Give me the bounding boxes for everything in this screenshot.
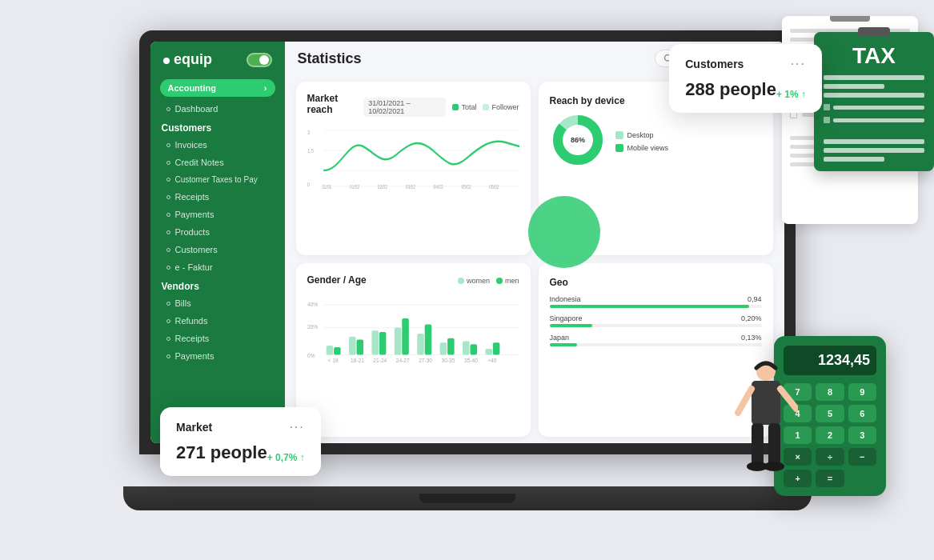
calc-btn-2[interactable]: 2 bbox=[816, 426, 844, 444]
sidebar-logo: equip bbox=[150, 42, 285, 74]
donut-container: 86% Desktop bbox=[550, 112, 762, 171]
calc-btn-6[interactable]: 6 bbox=[848, 405, 876, 422]
tax-checkbox bbox=[824, 117, 830, 123]
sidebar-item-customer-taxes[interactable]: Customer Taxes to Pay bbox=[150, 171, 285, 188]
calc-btn-8[interactable]: 8 bbox=[816, 383, 844, 401]
gender-age-title: Gender / Age bbox=[307, 274, 367, 286]
tax-line bbox=[824, 84, 884, 89]
sidebar-vendors-group: Vendors bbox=[150, 276, 285, 294]
sidebar-item-receipts-v[interactable]: Receipts bbox=[150, 330, 285, 347]
legend-total: Total bbox=[452, 103, 476, 111]
legend-mobile: Mobile views bbox=[615, 144, 669, 152]
green-circle-decoration bbox=[528, 196, 600, 268]
svg-text:05/02: 05/02 bbox=[461, 184, 471, 190]
chart-header: Market reach 31/01/2021 – 10/02/2021 Tot… bbox=[307, 93, 519, 122]
customers-card-menu[interactable]: ··· bbox=[791, 57, 806, 71]
invoices-dot-icon bbox=[166, 143, 170, 147]
tax-line bbox=[824, 157, 884, 162]
geo-title: Geo bbox=[550, 277, 568, 288]
legend-desktop: Desktop bbox=[615, 131, 669, 139]
sidebar-item-refunds[interactable]: Refunds bbox=[150, 312, 285, 330]
svg-rect-40 bbox=[492, 342, 499, 354]
calc-btn-5[interactable]: 5 bbox=[816, 405, 844, 422]
sidebar-item-receipts-c[interactable]: Receipts bbox=[150, 188, 285, 206]
calc-btn-3[interactable]: 3 bbox=[848, 426, 876, 444]
svg-text:1,5: 1,5 bbox=[307, 147, 314, 154]
efaktur-dot-icon bbox=[166, 266, 170, 270]
svg-text:< 18: < 18 bbox=[327, 358, 338, 363]
gender-age-svg: 40% 20% 0% bbox=[307, 297, 519, 369]
svg-rect-38 bbox=[470, 344, 477, 354]
tax-label: TAX bbox=[824, 43, 924, 69]
geo-item-japan: Japan 0,13% bbox=[550, 334, 762, 346]
payments-v-dot-icon bbox=[166, 354, 170, 358]
svg-rect-26 bbox=[334, 347, 341, 354]
sidebar-item-credit-notes[interactable]: Credit Notes bbox=[150, 154, 285, 171]
svg-rect-34 bbox=[424, 325, 431, 355]
tax-checkbox-row bbox=[824, 104, 924, 110]
legend-follower-dot bbox=[483, 104, 489, 110]
sidebar-item-payments-c[interactable]: Payments bbox=[150, 206, 285, 223]
svg-text:06/02: 06/02 bbox=[489, 184, 499, 190]
chart-legend: Total Follower bbox=[452, 103, 519, 111]
svg-rect-53 bbox=[752, 423, 764, 467]
calc-btn-divide[interactable]: ÷ bbox=[816, 448, 844, 466]
svg-rect-35 bbox=[439, 342, 447, 354]
svg-rect-25 bbox=[326, 346, 333, 354]
sidebar-item-invoices[interactable]: Invoices bbox=[150, 136, 285, 154]
logo-dot bbox=[163, 58, 170, 64]
dashboard-grid: Market reach 31/01/2021 – 10/02/2021 Tot… bbox=[285, 75, 784, 443]
market-reach-card: Market reach 31/01/2021 – 10/02/2021 Tot… bbox=[296, 82, 531, 255]
laptop-base bbox=[123, 486, 812, 510]
svg-text:31/01: 31/01 bbox=[322, 184, 332, 190]
svg-text:27-30: 27-30 bbox=[419, 358, 432, 363]
svg-text:0%: 0% bbox=[307, 353, 315, 358]
page-title: Statistics bbox=[298, 50, 647, 67]
svg-text:86%: 86% bbox=[570, 136, 584, 144]
svg-rect-36 bbox=[447, 338, 455, 355]
sidebar-accounting-label[interactable]: Accounting › bbox=[160, 79, 275, 97]
receipts-c-dot-icon bbox=[166, 195, 170, 199]
calc-btn-9[interactable]: 9 bbox=[848, 383, 876, 401]
svg-text:21-24: 21-24 bbox=[373, 358, 387, 363]
legend-women: women bbox=[458, 277, 490, 285]
sidebar-item-customers-sub[interactable]: Customers bbox=[150, 241, 285, 258]
sidebar-item-dashboard[interactable]: Dashboard bbox=[150, 100, 285, 118]
calc-btn-minus[interactable]: − bbox=[848, 448, 876, 466]
device-legend: Desktop Mobile views bbox=[615, 131, 669, 152]
legend-desktop-dot bbox=[615, 131, 623, 139]
svg-text:18-21: 18-21 bbox=[350, 358, 363, 363]
sidebar-item-products[interactable]: Products bbox=[150, 223, 285, 241]
svg-rect-31 bbox=[394, 327, 401, 354]
logo: equip bbox=[163, 51, 212, 68]
svg-text:24-27: 24-27 bbox=[395, 358, 409, 363]
svg-point-56 bbox=[764, 462, 784, 471]
customer-taxes-dot-icon bbox=[166, 178, 170, 182]
tax-checkbox-line bbox=[833, 118, 924, 122]
refunds-dot-icon bbox=[166, 319, 170, 323]
chart-date: 31/01/2021 – 10/02/2021 bbox=[363, 98, 446, 117]
legend-women-dot bbox=[458, 278, 464, 284]
svg-line-51 bbox=[738, 389, 752, 413]
svg-rect-27 bbox=[349, 337, 356, 355]
svg-text:40%: 40% bbox=[307, 302, 318, 307]
sidebar-item-bills[interactable]: Bills bbox=[150, 294, 285, 312]
sidebar-item-efaktur[interactable]: e - Faktur bbox=[150, 258, 285, 276]
geo-bar-singapore bbox=[550, 324, 592, 327]
calc-btn-equals[interactable]: = bbox=[816, 470, 844, 487]
svg-text:04/02: 04/02 bbox=[433, 184, 443, 190]
customers-card-value: 288 people bbox=[685, 79, 776, 100]
sidebar: equip Accounting › Dashboard bbox=[150, 42, 285, 443]
svg-rect-33 bbox=[417, 334, 424, 354]
tax-checkbox bbox=[824, 104, 830, 110]
tax-checkbox-row bbox=[824, 117, 924, 123]
market-card-menu[interactable]: ··· bbox=[289, 420, 304, 434]
tax-checkbox-line bbox=[833, 106, 924, 110]
sidebar-item-payments-v[interactable]: Payments bbox=[150, 347, 285, 365]
svg-text:3: 3 bbox=[307, 129, 310, 135]
legend-mobile-dot bbox=[615, 144, 623, 152]
tax-lines bbox=[824, 75, 924, 162]
toggle-switch[interactable] bbox=[247, 53, 272, 67]
geo-bar-indonesia bbox=[550, 305, 749, 308]
svg-rect-50 bbox=[752, 381, 780, 425]
